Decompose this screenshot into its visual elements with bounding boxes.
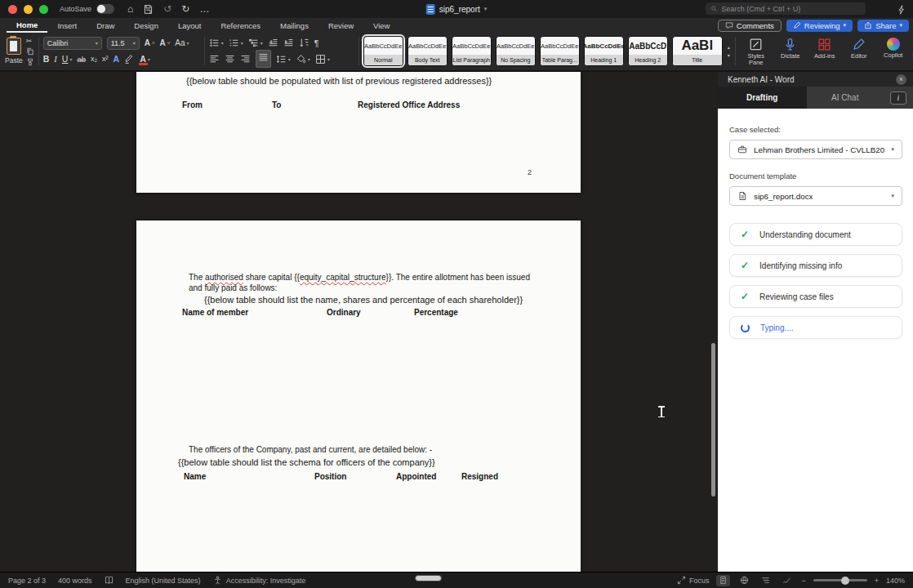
dictate-button[interactable]: Dictate — [774, 35, 807, 67]
home-icon[interactable]: ⌂ — [127, 4, 133, 14]
document-title-chip[interactable]: sip6_report ▾ — [426, 4, 488, 15]
vertical-scrollbar-thumb[interactable] — [711, 343, 715, 497]
decrease-indent-button[interactable] — [268, 38, 278, 48]
info-icon[interactable]: i — [890, 91, 906, 105]
document-page-1[interactable]: {{below table should be populated with l… — [136, 72, 581, 193]
subscript-button[interactable]: x₂ — [91, 55, 97, 63]
style-list-paragraph[interactable]: AaBbCcDdEe List Paragraph — [452, 36, 492, 66]
style-table-paragraph[interactable]: AaBbCcDdEe Table Parag... — [540, 36, 580, 66]
print-layout-view-button[interactable] — [716, 575, 730, 586]
outline-view-button[interactable] — [759, 575, 773, 586]
zoom-out-icon[interactable]: − — [801, 577, 805, 585]
underline-button[interactable]: U▾ — [62, 54, 73, 64]
superscript-button[interactable]: x² — [102, 55, 109, 63]
bold-button[interactable]: B — [43, 54, 50, 64]
tab-view[interactable]: View — [363, 18, 399, 33]
zoom-in-icon[interactable]: + — [875, 577, 879, 585]
tab-insert[interactable]: Insert — [47, 18, 87, 33]
styles-pane-button[interactable]: Styles Pane — [740, 35, 773, 67]
tab-home[interactable]: Home — [7, 18, 47, 33]
tab-mailings[interactable]: Mailings — [270, 18, 318, 33]
tab-drafting[interactable]: Drafting — [718, 87, 807, 109]
window-controls — [8, 5, 48, 14]
web-layout-view-button[interactable] — [737, 575, 751, 586]
copilot-button[interactable]: Copilot — [877, 35, 910, 67]
reviewing-button[interactable]: Reviewing ▾ — [786, 20, 853, 32]
justify-button[interactable] — [256, 50, 271, 68]
numbered-list-button[interactable]: ▾ — [229, 38, 243, 48]
tab-references[interactable]: References — [211, 18, 270, 33]
proofing-book-icon[interactable] — [105, 576, 114, 585]
change-case-button[interactable]: Aa▾ — [175, 38, 189, 47]
sort-button[interactable] — [299, 38, 310, 48]
undo-icon[interactable]: ↺ — [163, 4, 171, 14]
tab-ai-chat[interactable]: AI Chat — [807, 87, 884, 109]
redo-icon[interactable]: ↻ — [181, 4, 189, 14]
font-color-button[interactable]: A▾ — [140, 54, 150, 64]
style-title[interactable]: AaBl Title — [672, 36, 723, 66]
gallery-up-icon[interactable]: ▴ — [728, 44, 730, 50]
text-effects-button[interactable]: A — [114, 54, 120, 64]
align-center-button[interactable] — [225, 54, 235, 65]
zoom-level[interactable]: 140% — [886, 577, 905, 585]
tab-review[interactable]: Review — [318, 18, 363, 33]
presence-icon[interactable] — [897, 5, 906, 15]
style-body-text[interactable]: AaBbCcDdEe Body Text — [408, 36, 448, 66]
share-button[interactable]: Share ▾ — [857, 20, 909, 32]
line-spacing-button[interactable]: ▾ — [276, 54, 291, 65]
grow-font-button[interactable]: A˄ — [145, 38, 155, 47]
style-heading-1[interactable]: AaBbCcDdEe Heading 1 — [584, 36, 624, 66]
multilevel-list-button[interactable]: ▾ — [248, 38, 263, 48]
more-commands-icon[interactable]: … — [199, 4, 209, 14]
autosave-toggle[interactable] — [96, 4, 114, 14]
horizontal-scrollbar-thumb[interactable] — [415, 575, 442, 581]
page-indicator[interactable]: Page 2 of 3 — [8, 577, 46, 585]
cut-icon[interactable]: ✂ — [26, 38, 34, 45]
zoom-slider[interactable] — [813, 579, 867, 581]
language-indicator[interactable]: English (United States) — [126, 577, 201, 585]
focus-mode-button[interactable]: Focus — [677, 576, 710, 585]
document-page-2[interactable]: The authorised share capital {{equity_ca… — [136, 220, 581, 572]
italic-button[interactable]: I — [54, 55, 57, 64]
highlight-button[interactable] — [124, 54, 135, 65]
template-select[interactable]: sip6_report.docx ▾ — [729, 186, 902, 206]
add-ins-button[interactable]: Add-ins — [808, 35, 841, 67]
align-right-button[interactable] — [240, 54, 251, 65]
tab-layout[interactable]: Layout — [168, 18, 212, 33]
bullet-list-button[interactable]: ▾ — [209, 38, 224, 48]
font-size-select[interactable]: 11.5▾ — [107, 37, 140, 50]
style-no-spacing[interactable]: AaBbCcDdEe No Spacing — [496, 36, 536, 66]
save-icon[interactable] — [143, 4, 154, 15]
draft-view-button[interactable] — [780, 575, 794, 586]
shading-button[interactable]: ▾ — [296, 54, 310, 65]
shrink-font-button[interactable]: A˅ — [160, 38, 171, 47]
strikethrough-button[interactable]: ab — [77, 55, 86, 64]
editor-button[interactable]: Editor — [843, 35, 875, 67]
style-normal[interactable]: AaBbCcDdEe Normal — [363, 36, 403, 66]
window-minimize-button[interactable] — [24, 5, 33, 14]
format-painter-icon[interactable] — [26, 58, 34, 66]
gallery-down-icon[interactable]: ▾ — [728, 52, 730, 58]
copy-icon[interactable] — [26, 47, 34, 56]
tab-design[interactable]: Design — [124, 18, 168, 33]
align-left-button[interactable] — [209, 54, 220, 65]
comments-button[interactable]: Comments — [718, 20, 782, 32]
tab-draw[interactable]: Draw — [87, 18, 124, 33]
case-select[interactable]: Lehman Brothers Limited - CVLLB205 ▾ — [729, 140, 902, 159]
style-heading-2[interactable]: AaBbCcD Heading 2 — [628, 36, 668, 66]
window-zoom-button[interactable] — [39, 5, 48, 14]
window-close-button[interactable] — [8, 5, 17, 14]
styles-pane-icon — [749, 38, 763, 51]
zoom-slider-knob[interactable] — [841, 577, 849, 585]
paste-button[interactable]: Paste — [5, 38, 23, 65]
borders-button[interactable]: ▾ — [315, 54, 330, 65]
font-name-select[interactable]: Calibri▾ — [43, 37, 102, 50]
close-icon[interactable]: × — [896, 74, 906, 85]
word-count[interactable]: 400 words — [58, 577, 92, 585]
table-header-resigned: Resigned — [461, 472, 498, 481]
increase-indent-button[interactable] — [283, 38, 294, 48]
accessibility-status[interactable]: Accessibility: Investigate — [226, 577, 306, 585]
show-formatting-button[interactable]: ¶ — [314, 38, 319, 48]
search-box[interactable] — [706, 2, 866, 15]
search-input[interactable] — [721, 5, 861, 13]
